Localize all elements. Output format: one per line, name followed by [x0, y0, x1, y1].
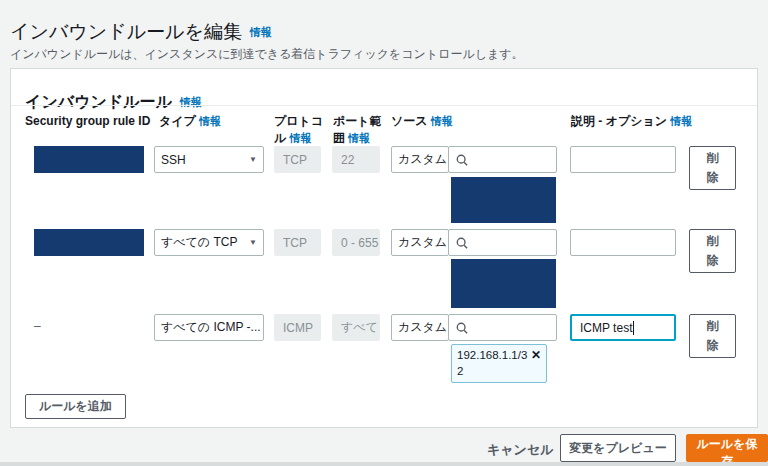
- port-range-field: すべて: [332, 314, 380, 341]
- description-info-link[interactable]: 情報: [670, 115, 692, 127]
- type-select-value: すべての TCP: [161, 234, 237, 251]
- search-icon: [456, 322, 468, 334]
- edit-inbound-rules-page: インバウンドルールを編集情報 インバウンドルールは、インスタンスに到達できる着信…: [0, 0, 768, 466]
- column-header-type: タイプ 情報: [159, 113, 221, 130]
- column-header-source: ソース 情報: [391, 113, 453, 130]
- window-bottom-edge: [0, 462, 768, 466]
- source-type-select[interactable]: カスタム ▼: [391, 229, 449, 256]
- column-header-rule-id: Security group rule ID: [25, 113, 150, 130]
- port-info-link[interactable]: 情報: [348, 132, 370, 144]
- source-search-input[interactable]: [448, 229, 557, 256]
- protocol-field: ICMP: [274, 314, 321, 341]
- source-cidr-chip: 192.168.1.1/32 ✕: [451, 344, 547, 383]
- type-info-link[interactable]: 情報: [199, 115, 221, 127]
- search-icon: [456, 154, 468, 166]
- protocol-info-link[interactable]: 情報: [290, 132, 312, 144]
- description-input[interactable]: ICMP test: [570, 314, 676, 341]
- panel-info-link[interactable]: 情報: [180, 96, 202, 108]
- page-title: インバウンドルールを編集情報: [10, 19, 272, 45]
- source-type-value: カスタム: [398, 234, 447, 251]
- source-type-select[interactable]: カスタム ▼: [391, 314, 449, 341]
- text-cursor: [633, 321, 634, 335]
- source-type-value: カスタム: [398, 151, 447, 168]
- source-cidr-redaction: [451, 259, 556, 308]
- source-type-value: カスタム: [398, 319, 447, 336]
- port-range-field: 0 - 655: [332, 229, 380, 256]
- cancel-button[interactable]: キャンセル: [487, 441, 554, 459]
- column-header-description: 説明 - オプション 情報: [571, 113, 692, 130]
- column-header-protocol: プロトコル 情報: [274, 113, 329, 147]
- port-range-field: 22: [332, 146, 380, 173]
- description-value: ICMP test: [580, 321, 632, 335]
- type-select[interactable]: すべての TCP ▼: [154, 229, 264, 256]
- rule-id-redaction: [34, 146, 144, 173]
- page-info-link[interactable]: 情報: [250, 26, 272, 38]
- protocol-field: TCP: [274, 146, 321, 173]
- chevron-down-icon: ▼: [249, 155, 257, 164]
- source-info-link[interactable]: 情報: [431, 115, 453, 127]
- rule-id-redaction: [34, 229, 144, 256]
- close-icon[interactable]: ✕: [531, 348, 541, 362]
- delete-rule-button[interactable]: 削除: [689, 314, 736, 358]
- type-select-value: SSH: [161, 153, 186, 167]
- type-select[interactable]: すべての ICMP -... ▼: [154, 314, 264, 341]
- save-rules-button[interactable]: ルールを保存: [686, 434, 768, 462]
- page-title-text: インバウンドルールを編集: [10, 21, 242, 42]
- add-rule-button[interactable]: ルールを追加: [25, 394, 126, 419]
- panel-title-text: インバウンドルール: [25, 93, 172, 110]
- protocol-field: TCP: [274, 229, 321, 256]
- panel-divider: [11, 105, 757, 106]
- type-select[interactable]: SSH ▼: [154, 146, 264, 173]
- description-input[interactable]: [570, 146, 676, 173]
- chevron-down-icon: ▼: [249, 238, 257, 247]
- source-cidr-redaction: [451, 177, 556, 223]
- cidr-value: 192.168.1.1/32: [457, 348, 528, 379]
- type-select-value: すべての ICMP -...: [161, 319, 261, 336]
- description-input[interactable]: [570, 229, 676, 256]
- delete-rule-button[interactable]: 削除: [689, 229, 736, 273]
- search-icon: [456, 237, 468, 249]
- delete-rule-button[interactable]: 削除: [689, 146, 736, 190]
- source-search-input[interactable]: [448, 146, 557, 173]
- page-subtitle: インバウンドルールは、インスタンスに到達できる着信トラフィックをコントロールしま…: [10, 46, 524, 63]
- panel-title: インバウンドルール情報: [25, 92, 202, 113]
- inbound-rules-panel: インバウンドルール情報 Security group rule ID タイプ 情…: [10, 68, 758, 428]
- rule-id-empty: –: [34, 319, 41, 333]
- column-header-port-range: ポート範囲 情報: [333, 113, 388, 147]
- source-type-select[interactable]: カスタム ▼: [391, 146, 449, 173]
- preview-changes-button[interactable]: 変更をプレビュー: [560, 434, 676, 462]
- source-search-input[interactable]: [448, 314, 557, 341]
